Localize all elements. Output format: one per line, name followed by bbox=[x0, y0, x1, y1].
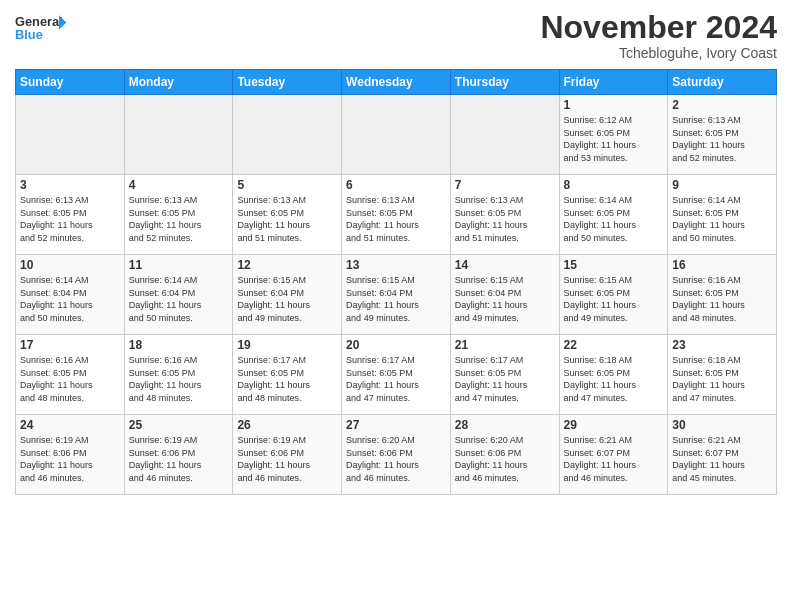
day-info: Sunrise: 6:19 AM Sunset: 6:06 PM Dayligh… bbox=[129, 434, 229, 484]
calendar-weekday-thursday: Thursday bbox=[450, 70, 559, 95]
day-number: 22 bbox=[564, 338, 664, 352]
title-block: November 2024 Tchebloguhe, Ivory Coast bbox=[540, 10, 777, 61]
day-number: 17 bbox=[20, 338, 120, 352]
calendar-cell: 30Sunrise: 6:21 AM Sunset: 6:07 PM Dayli… bbox=[668, 415, 777, 495]
day-info: Sunrise: 6:14 AM Sunset: 6:05 PM Dayligh… bbox=[564, 194, 664, 244]
calendar-cell: 29Sunrise: 6:21 AM Sunset: 6:07 PM Dayli… bbox=[559, 415, 668, 495]
day-number: 11 bbox=[129, 258, 229, 272]
calendar-cell: 4Sunrise: 6:13 AM Sunset: 6:05 PM Daylig… bbox=[124, 175, 233, 255]
calendar-cell: 25Sunrise: 6:19 AM Sunset: 6:06 PM Dayli… bbox=[124, 415, 233, 495]
svg-text:Blue: Blue bbox=[15, 27, 43, 42]
calendar-cell: 22Sunrise: 6:18 AM Sunset: 6:05 PM Dayli… bbox=[559, 335, 668, 415]
day-number: 1 bbox=[564, 98, 664, 112]
calendar-cell: 24Sunrise: 6:19 AM Sunset: 6:06 PM Dayli… bbox=[16, 415, 125, 495]
calendar-cell: 14Sunrise: 6:15 AM Sunset: 6:04 PM Dayli… bbox=[450, 255, 559, 335]
day-info: Sunrise: 6:20 AM Sunset: 6:06 PM Dayligh… bbox=[455, 434, 555, 484]
calendar-cell: 23Sunrise: 6:18 AM Sunset: 6:05 PM Dayli… bbox=[668, 335, 777, 415]
calendar-cell: 5Sunrise: 6:13 AM Sunset: 6:05 PM Daylig… bbox=[233, 175, 342, 255]
location: Tchebloguhe, Ivory Coast bbox=[540, 45, 777, 61]
calendar-weekday-tuesday: Tuesday bbox=[233, 70, 342, 95]
calendar-cell bbox=[342, 95, 451, 175]
day-info: Sunrise: 6:21 AM Sunset: 6:07 PM Dayligh… bbox=[672, 434, 772, 484]
day-info: Sunrise: 6:17 AM Sunset: 6:05 PM Dayligh… bbox=[346, 354, 446, 404]
day-info: Sunrise: 6:13 AM Sunset: 6:05 PM Dayligh… bbox=[129, 194, 229, 244]
day-number: 28 bbox=[455, 418, 555, 432]
calendar-cell: 10Sunrise: 6:14 AM Sunset: 6:04 PM Dayli… bbox=[16, 255, 125, 335]
day-number: 2 bbox=[672, 98, 772, 112]
calendar-week-4: 17Sunrise: 6:16 AM Sunset: 6:05 PM Dayli… bbox=[16, 335, 777, 415]
page: GeneralBlue November 2024 Tchebloguhe, I… bbox=[0, 0, 792, 612]
day-number: 29 bbox=[564, 418, 664, 432]
day-info: Sunrise: 6:17 AM Sunset: 6:05 PM Dayligh… bbox=[455, 354, 555, 404]
calendar-cell bbox=[450, 95, 559, 175]
calendar-cell: 9Sunrise: 6:14 AM Sunset: 6:05 PM Daylig… bbox=[668, 175, 777, 255]
calendar-week-5: 24Sunrise: 6:19 AM Sunset: 6:06 PM Dayli… bbox=[16, 415, 777, 495]
logo: GeneralBlue bbox=[15, 10, 70, 45]
day-info: Sunrise: 6:13 AM Sunset: 6:05 PM Dayligh… bbox=[20, 194, 120, 244]
calendar-cell: 26Sunrise: 6:19 AM Sunset: 6:06 PM Dayli… bbox=[233, 415, 342, 495]
day-info: Sunrise: 6:15 AM Sunset: 6:05 PM Dayligh… bbox=[564, 274, 664, 324]
calendar-cell: 13Sunrise: 6:15 AM Sunset: 6:04 PM Dayli… bbox=[342, 255, 451, 335]
day-number: 30 bbox=[672, 418, 772, 432]
calendar-cell: 27Sunrise: 6:20 AM Sunset: 6:06 PM Dayli… bbox=[342, 415, 451, 495]
day-number: 16 bbox=[672, 258, 772, 272]
day-info: Sunrise: 6:12 AM Sunset: 6:05 PM Dayligh… bbox=[564, 114, 664, 164]
calendar-header-row: SundayMondayTuesdayWednesdayThursdayFrid… bbox=[16, 70, 777, 95]
day-info: Sunrise: 6:14 AM Sunset: 6:04 PM Dayligh… bbox=[129, 274, 229, 324]
calendar-week-1: 1Sunrise: 6:12 AM Sunset: 6:05 PM Daylig… bbox=[16, 95, 777, 175]
calendar-cell: 7Sunrise: 6:13 AM Sunset: 6:05 PM Daylig… bbox=[450, 175, 559, 255]
day-info: Sunrise: 6:21 AM Sunset: 6:07 PM Dayligh… bbox=[564, 434, 664, 484]
calendar-weekday-sunday: Sunday bbox=[16, 70, 125, 95]
calendar-weekday-monday: Monday bbox=[124, 70, 233, 95]
day-number: 10 bbox=[20, 258, 120, 272]
calendar-cell: 20Sunrise: 6:17 AM Sunset: 6:05 PM Dayli… bbox=[342, 335, 451, 415]
calendar: SundayMondayTuesdayWednesdayThursdayFrid… bbox=[15, 69, 777, 495]
day-info: Sunrise: 6:18 AM Sunset: 6:05 PM Dayligh… bbox=[672, 354, 772, 404]
day-number: 21 bbox=[455, 338, 555, 352]
day-info: Sunrise: 6:13 AM Sunset: 6:05 PM Dayligh… bbox=[237, 194, 337, 244]
day-info: Sunrise: 6:13 AM Sunset: 6:05 PM Dayligh… bbox=[455, 194, 555, 244]
header: GeneralBlue November 2024 Tchebloguhe, I… bbox=[15, 10, 777, 61]
calendar-week-2: 3Sunrise: 6:13 AM Sunset: 6:05 PM Daylig… bbox=[16, 175, 777, 255]
calendar-cell: 15Sunrise: 6:15 AM Sunset: 6:05 PM Dayli… bbox=[559, 255, 668, 335]
calendar-cell: 2Sunrise: 6:13 AM Sunset: 6:05 PM Daylig… bbox=[668, 95, 777, 175]
calendar-cell: 17Sunrise: 6:16 AM Sunset: 6:05 PM Dayli… bbox=[16, 335, 125, 415]
calendar-cell: 18Sunrise: 6:16 AM Sunset: 6:05 PM Dayli… bbox=[124, 335, 233, 415]
day-info: Sunrise: 6:18 AM Sunset: 6:05 PM Dayligh… bbox=[564, 354, 664, 404]
calendar-cell: 19Sunrise: 6:17 AM Sunset: 6:05 PM Dayli… bbox=[233, 335, 342, 415]
day-info: Sunrise: 6:17 AM Sunset: 6:05 PM Dayligh… bbox=[237, 354, 337, 404]
day-info: Sunrise: 6:16 AM Sunset: 6:05 PM Dayligh… bbox=[129, 354, 229, 404]
calendar-cell: 21Sunrise: 6:17 AM Sunset: 6:05 PM Dayli… bbox=[450, 335, 559, 415]
calendar-cell bbox=[233, 95, 342, 175]
calendar-cell: 3Sunrise: 6:13 AM Sunset: 6:05 PM Daylig… bbox=[16, 175, 125, 255]
day-info: Sunrise: 6:14 AM Sunset: 6:04 PM Dayligh… bbox=[20, 274, 120, 324]
day-number: 4 bbox=[129, 178, 229, 192]
calendar-cell: 8Sunrise: 6:14 AM Sunset: 6:05 PM Daylig… bbox=[559, 175, 668, 255]
day-number: 12 bbox=[237, 258, 337, 272]
calendar-weekday-saturday: Saturday bbox=[668, 70, 777, 95]
day-info: Sunrise: 6:14 AM Sunset: 6:05 PM Dayligh… bbox=[672, 194, 772, 244]
day-number: 13 bbox=[346, 258, 446, 272]
calendar-cell bbox=[124, 95, 233, 175]
calendar-cell: 28Sunrise: 6:20 AM Sunset: 6:06 PM Dayli… bbox=[450, 415, 559, 495]
calendar-cell: 16Sunrise: 6:16 AM Sunset: 6:05 PM Dayli… bbox=[668, 255, 777, 335]
calendar-week-3: 10Sunrise: 6:14 AM Sunset: 6:04 PM Dayli… bbox=[16, 255, 777, 335]
day-number: 5 bbox=[237, 178, 337, 192]
day-number: 27 bbox=[346, 418, 446, 432]
calendar-cell: 11Sunrise: 6:14 AM Sunset: 6:04 PM Dayli… bbox=[124, 255, 233, 335]
day-info: Sunrise: 6:13 AM Sunset: 6:05 PM Dayligh… bbox=[346, 194, 446, 244]
calendar-cell: 12Sunrise: 6:15 AM Sunset: 6:04 PM Dayli… bbox=[233, 255, 342, 335]
day-number: 23 bbox=[672, 338, 772, 352]
day-number: 7 bbox=[455, 178, 555, 192]
day-info: Sunrise: 6:20 AM Sunset: 6:06 PM Dayligh… bbox=[346, 434, 446, 484]
logo-icon: GeneralBlue bbox=[15, 10, 70, 45]
day-number: 3 bbox=[20, 178, 120, 192]
day-number: 19 bbox=[237, 338, 337, 352]
day-number: 25 bbox=[129, 418, 229, 432]
day-number: 20 bbox=[346, 338, 446, 352]
day-info: Sunrise: 6:15 AM Sunset: 6:04 PM Dayligh… bbox=[237, 274, 337, 324]
day-number: 14 bbox=[455, 258, 555, 272]
day-info: Sunrise: 6:19 AM Sunset: 6:06 PM Dayligh… bbox=[20, 434, 120, 484]
day-info: Sunrise: 6:15 AM Sunset: 6:04 PM Dayligh… bbox=[346, 274, 446, 324]
day-info: Sunrise: 6:16 AM Sunset: 6:05 PM Dayligh… bbox=[20, 354, 120, 404]
